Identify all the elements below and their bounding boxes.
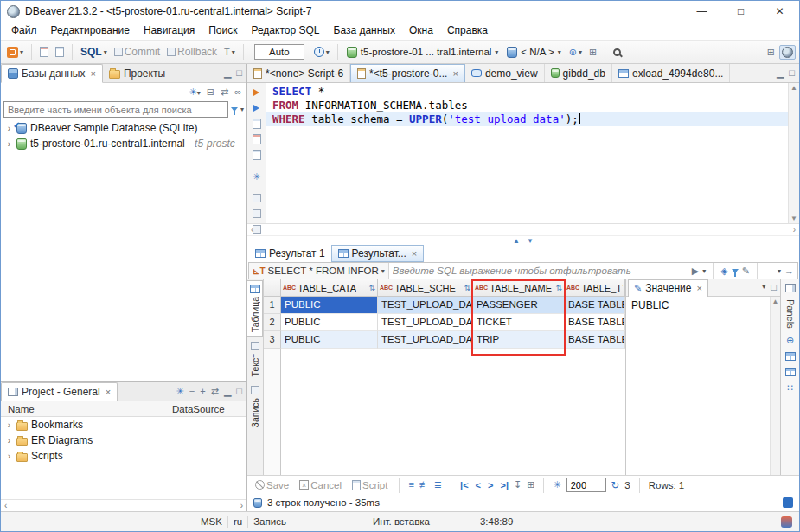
search-button[interactable] bbox=[611, 43, 626, 61]
close-icon[interactable]: × bbox=[412, 248, 417, 259]
filter-settings-icon[interactable]: ◈ bbox=[720, 266, 727, 276]
filter-funnel-icon[interactable] bbox=[732, 269, 739, 273]
editor-panel-icon-2[interactable] bbox=[251, 208, 262, 219]
caret-position-indicator[interactable]: 3:48:89 bbox=[480, 516, 513, 527]
cell-table-name[interactable]: PASSENGER bbox=[473, 297, 565, 314]
collapse-all-icon[interactable]: ⊟ bbox=[207, 87, 214, 97]
chevron-down-icon[interactable]: ▾ bbox=[240, 106, 244, 113]
prev-row-button[interactable]: < bbox=[476, 480, 481, 490]
close-icon[interactable]: × bbox=[696, 283, 701, 293]
collapse-icon[interactable]: − bbox=[189, 387, 195, 396]
perspective-table-button[interactable]: ⊞ bbox=[765, 43, 778, 61]
filter-expression-input[interactable]: Введите SQL выражение чтобы отфильтроват… bbox=[393, 266, 688, 276]
filter-history-icon[interactable]: ▾ bbox=[702, 267, 706, 275]
chevron-down-icon[interactable]: ▾ bbox=[762, 283, 765, 292]
last-row-button[interactable]: >| bbox=[500, 480, 509, 490]
sash-down-icon[interactable]: ▼ bbox=[527, 237, 534, 245]
minimize-panel-icon[interactable]: ▁ bbox=[224, 68, 231, 78]
maximize-panel-icon[interactable]: □ bbox=[771, 283, 777, 292]
transaction-log-button[interactable]: T▾ bbox=[221, 43, 238, 61]
row-number[interactable]: 1 bbox=[264, 297, 281, 314]
sash-up-icon[interactable]: ▲ bbox=[513, 237, 520, 245]
settings-gear-icon[interactable]: ✳ bbox=[553, 480, 560, 490]
close-button[interactable]: ✕ bbox=[760, 1, 799, 22]
chain-icon[interactable]: ∞ bbox=[234, 87, 241, 97]
cell-table-sche[interactable]: TEST_UPLOAD_DAT bbox=[378, 297, 473, 314]
sql-code-area[interactable]: SELECT * FROM INFORMATION_SCHEMA.tables … bbox=[266, 83, 788, 223]
filter-funnel-icon[interactable] bbox=[231, 107, 238, 112]
fetch-next-icon[interactable]: ↧ bbox=[514, 480, 522, 490]
notification-icon[interactable] bbox=[783, 497, 793, 508]
menu-file[interactable]: Файл bbox=[4, 22, 44, 40]
editor-tab-script6[interactable]: *<none> Script-6 bbox=[247, 64, 350, 82]
link-icon[interactable]: ⇄ bbox=[211, 387, 219, 396]
first-row-button[interactable]: |< bbox=[460, 480, 469, 490]
save-button[interactable]: Save bbox=[253, 476, 291, 494]
tab-project-general[interactable]: Project - General × bbox=[1, 382, 118, 401]
editor-settings-gear-icon[interactable]: ✳ bbox=[251, 171, 262, 183]
expander-icon[interactable]: › bbox=[5, 139, 13, 149]
row-number[interactable]: 2 bbox=[264, 314, 281, 331]
panel-menu-icon[interactable]: ▾ bbox=[778, 267, 781, 275]
commit-button[interactable]: Commit bbox=[112, 43, 163, 61]
aggregate-panel-icon[interactable]: ∷ bbox=[787, 383, 793, 393]
cell-table-sche[interactable]: TEST_UPLOAD_DAT bbox=[378, 314, 473, 331]
expander-icon[interactable]: › bbox=[5, 124, 13, 133]
open-sql-script-button[interactable] bbox=[37, 43, 51, 61]
value-tab[interactable]: ✎ Значение × bbox=[628, 279, 708, 297]
cancel-button[interactable]: ×Cancel bbox=[297, 476, 344, 494]
sql-menu-button[interactable]: SQL▾ bbox=[78, 43, 110, 61]
editor-results-sash[interactable]: ▲ ▼ bbox=[247, 236, 799, 245]
object-search-input[interactable]: Введите часть имени объекта для поиска bbox=[3, 101, 228, 118]
statusbar-agent-icon[interactable] bbox=[781, 516, 792, 528]
row-number[interactable]: 3 bbox=[264, 331, 281, 349]
editor-panel-icon-1[interactable] bbox=[251, 192, 262, 203]
editor-tab-demo-view[interactable]: demo_view bbox=[465, 64, 545, 82]
cell-table-ty[interactable]: BASE TABLE bbox=[565, 314, 625, 331]
connection-actions-icon[interactable]: ✳▾ bbox=[189, 87, 200, 97]
maximize-button[interactable]: □ bbox=[721, 1, 760, 22]
grid-empty-area[interactable] bbox=[264, 349, 625, 475]
grid-panel-icon[interactable] bbox=[785, 352, 796, 361]
rollback-button[interactable]: Rollback bbox=[164, 43, 220, 61]
new-connection-button[interactable]: ▾ bbox=[4, 43, 26, 61]
minimize-results-icon[interactable]: — bbox=[765, 266, 774, 276]
menu-navigate[interactable]: Навигация bbox=[137, 22, 202, 40]
column-datasource[interactable]: DataSource bbox=[172, 404, 246, 414]
menu-sql-editor[interactable]: Редактор SQL bbox=[244, 22, 326, 40]
panels-window-icon[interactable] bbox=[785, 284, 796, 292]
scroll-right-icon[interactable]: › bbox=[793, 225, 796, 234]
horizontal-scrollbar[interactable]: ‹ › bbox=[1, 499, 246, 511]
link-with-editor-icon[interactable]: ⇄ bbox=[221, 87, 228, 97]
add-panel-icon[interactable]: ⊕ bbox=[786, 336, 794, 345]
language-indicator[interactable]: ru bbox=[234, 516, 242, 527]
scroll-up-icon[interactable]: ▲ bbox=[790, 84, 797, 92]
presentation-tab-grid[interactable]: Таблица bbox=[247, 280, 263, 337]
menu-database[interactable]: База данных bbox=[327, 22, 402, 40]
execute-new-tab-icon[interactable] bbox=[251, 102, 262, 113]
sort-icon[interactable]: ⇅ bbox=[368, 284, 375, 292]
edit-row-icon[interactable]: ≡ bbox=[408, 480, 413, 490]
query-source-box[interactable]: ⊾T SELECT * FROM INFOR ▾ bbox=[249, 263, 389, 279]
refresh-icon[interactable]: ✳ bbox=[176, 387, 184, 396]
tree-item-sample-database[interactable]: › ✓ DBeaver Sample Database (SQLite) bbox=[1, 120, 246, 136]
results-tab-1[interactable]: Результат 1 bbox=[249, 245, 331, 262]
menu-edit[interactable]: Редактирование bbox=[44, 22, 137, 40]
maximize-panel-icon[interactable]: □ bbox=[236, 387, 242, 396]
perspective-dbeaver-button[interactable] bbox=[779, 45, 796, 60]
timezone-indicator[interactable]: MSK bbox=[201, 516, 222, 527]
minimize-panel-icon[interactable]: ▁ bbox=[777, 68, 784, 78]
editor-vscrollbar[interactable]: ▲ ▼ bbox=[788, 83, 799, 223]
column-header-table-cata[interactable]: ABCTABLE_CATA⇅ bbox=[281, 279, 378, 297]
new-sql-editor-button[interactable] bbox=[53, 43, 67, 61]
fetch-all-icon[interactable]: ⊞ bbox=[527, 480, 534, 490]
close-icon[interactable]: × bbox=[452, 68, 458, 79]
write-mode-indicator[interactable]: Запись bbox=[253, 516, 286, 527]
results-tab-2[interactable]: Результат... × bbox=[331, 245, 425, 262]
script-button[interactable]: Script bbox=[349, 476, 390, 494]
cell-table-cata[interactable]: PUBLIC bbox=[281, 297, 378, 314]
expander-icon[interactable]: › bbox=[5, 436, 13, 445]
metadata-panel-icon[interactable] bbox=[785, 368, 796, 376]
column-header-table-ty[interactable]: ABCTABLE_TY bbox=[565, 279, 625, 297]
maximize-panel-icon[interactable]: □ bbox=[789, 68, 795, 78]
